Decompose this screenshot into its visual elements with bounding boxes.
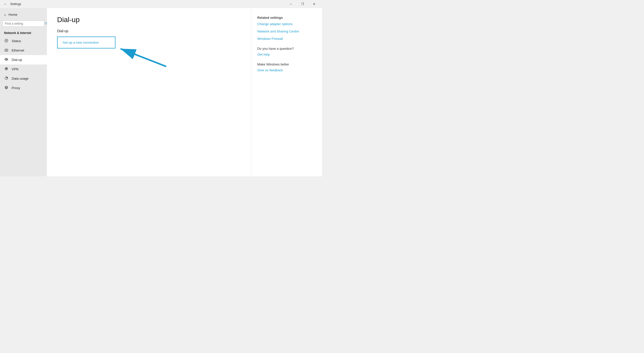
question-title: Do you have a question? [257,47,316,51]
sidebar-item-label-proxy: Proxy [12,86,20,90]
svg-rect-3 [6,50,6,51]
annotation-arrow [113,41,169,69]
svg-rect-4 [7,50,7,51]
close-button[interactable]: ✕ [308,0,320,8]
sidebar-item-proxy[interactable]: Proxy [0,83,47,93]
vpn-icon [4,67,9,72]
related-settings-title: Related settings [257,16,316,20]
search-input[interactable] [5,22,43,25]
home-label: Home [9,13,18,16]
sidebar-item-status[interactable]: Status [0,36,47,46]
sidebar-item-vpn[interactable]: VPN [0,64,47,74]
proxy-icon [4,86,9,90]
sidebar: ⌂ Home 🔍 Network & Internet Status [0,8,47,176]
network-sharing-link[interactable]: Network and Sharing Centre [257,29,316,33]
minimize-button[interactable]: ─ [285,0,297,8]
title-bar: ← Settings ─ ❐ ✕ [0,0,322,8]
page-title: Dial-up [57,16,241,24]
question-section: Do you have a question? Get help [257,47,316,56]
sidebar-item-ethernet[interactable]: Ethernet [0,46,47,55]
search-box[interactable]: 🔍 [3,21,44,27]
home-icon: ⌂ [4,13,6,16]
sidebar-item-label-ethernet: Ethernet [12,48,24,52]
sidebar-item-datausage[interactable]: Data usage [0,74,47,83]
sidebar-item-label-vpn: VPN [12,67,19,71]
app-body: ⌂ Home 🔍 Network & Internet Status [0,8,322,176]
setup-new-connection-button[interactable]: Set up a new connection [57,37,115,48]
change-adapter-link[interactable]: Change adapter options [257,22,316,26]
right-panel: Related settings Change adapter options … [251,8,322,176]
svg-line-17 [121,49,166,66]
better-section: Make Windows better Give us feedback [257,62,316,72]
svg-rect-2 [5,49,8,51]
sidebar-item-label-status: Status [12,39,21,43]
status-icon [4,39,9,43]
window-controls: ─ ❐ ✕ [285,0,320,8]
home-nav-item[interactable]: ⌂ Home [0,10,47,19]
sidebar-category-label: Network & Internet [0,28,47,36]
sidebar-item-label-dialup: Dial-up [12,58,22,62]
sidebar-item-dialup[interactable]: Dial-up [0,55,47,64]
ethernet-icon [4,48,9,53]
back-button[interactable]: ← [2,1,9,8]
section-title: Dial-up [57,29,241,33]
restore-button[interactable]: ❐ [297,0,308,8]
dialup-icon [4,57,9,62]
svg-point-1 [6,40,7,41]
get-help-link[interactable]: Get help [257,53,316,56]
give-feedback-link[interactable]: Give us feedback [257,68,316,72]
windows-firewall-link[interactable]: Windows Firewall [257,37,316,41]
datausage-icon [4,76,9,81]
main-content: Dial-up Dial-up Set up a new connection [47,8,251,176]
sidebar-item-label-datausage: Data usage [12,77,29,80]
app-title: Settings [10,2,285,6]
better-title: Make Windows better [257,62,316,66]
